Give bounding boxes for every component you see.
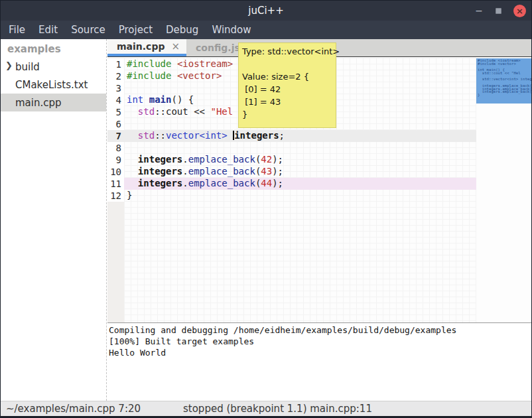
tab-main-cpp[interactable]: main.cpp×	[107, 39, 186, 56]
tab-label: main.cpp	[117, 41, 165, 52]
code-token: .	[182, 178, 188, 188]
window-title: juCi++	[248, 5, 283, 17]
tab-close-icon[interactable]: ×	[171, 40, 180, 52]
tooltip-text-line: }	[242, 108, 336, 121]
code-token: cout <<	[166, 106, 210, 117]
code-token: #include	[127, 70, 171, 81]
line-number: 8	[107, 142, 124, 154]
code-token: std	[138, 130, 155, 141]
code-token: );	[272, 166, 283, 176]
sidebar-item-cmakelists-txt[interactable]: CMakeLists.txt	[1, 76, 106, 94]
code-line	[124, 142, 476, 154]
close-button[interactable]: ×	[513, 5, 526, 17]
code-token: int	[127, 94, 143, 105]
code-token: integers	[138, 154, 182, 165]
code-token	[127, 178, 138, 188]
code-token: <iostream>	[177, 58, 233, 69]
line-number: 1	[107, 58, 124, 70]
code-token: emplace_back	[188, 154, 255, 165]
code-token: .	[182, 154, 188, 165]
line-number: 3	[107, 82, 124, 94]
menu-item-debug[interactable]: Debug	[159, 22, 205, 38]
code-token: emplace_back	[188, 178, 255, 188]
line-number: 4	[107, 94, 124, 106]
terminal-output-line: [100%] Built target examples	[109, 336, 531, 347]
code-token	[171, 58, 176, 69]
line-number: 9	[107, 154, 124, 166]
minimap[interactable]: #include <iostream> #include <vector> in…	[476, 58, 531, 322]
code-token: ::	[155, 130, 166, 141]
file-tree-sidebar[interactable]: examples ❯buildCMakeLists.txtmain.cpp	[1, 39, 107, 401]
code-token	[127, 106, 138, 117]
code-token: #include	[127, 58, 171, 69]
tree-item-label: CMakeLists.txt	[15, 79, 88, 91]
sidebar-item-build[interactable]: ❯build	[1, 58, 106, 76]
status-file-location: ~/examples/main.cpp 7:20	[6, 403, 141, 415]
code-token: emplace_back	[188, 166, 255, 176]
code-token: vector<int>	[166, 130, 228, 141]
file-tree: ❯buildCMakeLists.txtmain.cpp	[1, 58, 106, 111]
line-number: 5	[107, 106, 124, 118]
status-bar: ~/examples/main.cpp 7:20 stopped (breakp…	[1, 401, 531, 417]
project-name-header: examples	[1, 39, 106, 58]
code-token: );	[272, 178, 283, 188]
restore-icon[interactable]	[496, 8, 501, 14]
sidebar-item-main-cpp[interactable]: main.cpp	[1, 94, 106, 111]
tooltip-text-line	[242, 58, 336, 70]
minimap-visible-region[interactable]: #include <iostream> #include <vector> in…	[476, 58, 531, 104]
chevron-right-icon[interactable]: ❯	[5, 60, 13, 70]
menu-item-source[interactable]: Source	[64, 22, 112, 38]
code-token: std	[138, 106, 155, 117]
line-number: 12	[107, 190, 124, 202]
code-token	[171, 70, 176, 81]
tooltip-text-line: [1] = 43	[242, 96, 336, 108]
code-token	[143, 94, 149, 105]
code-token: integers	[234, 130, 279, 141]
code-token: .	[182, 166, 188, 176]
line-number: 10	[107, 166, 124, 178]
code-line: }	[124, 190, 476, 202]
code-token: ::	[155, 106, 166, 117]
code-token	[228, 130, 233, 141]
debug-value-tooltip: Type: std::vector<int> Value: size=2 { […	[238, 42, 336, 128]
code-token: 42	[261, 154, 272, 165]
code-line: integers.emplace_back(42);	[124, 154, 476, 166]
code-token: }	[127, 190, 132, 200]
app-window: juCi++ − × FileEditSourceProjectDebugWin…	[0, 0, 532, 418]
minimize-button[interactable]: −	[474, 7, 484, 14]
terminal-output-line: Compiling and debugging /home/eidheim/ex…	[109, 324, 531, 336]
code-token: integers	[138, 178, 182, 188]
menu-item-edit[interactable]: Edit	[32, 22, 64, 38]
status-debug-state: stopped (breakpoint 1.1) main.cpp:11	[183, 403, 372, 415]
code-token: 43	[261, 166, 272, 176]
code-line: integers.emplace_back(43);	[124, 166, 476, 178]
terminal-output-line: Hello World	[109, 347, 531, 358]
minimap-code-preview: #include <iostream> #include <vector> in…	[476, 58, 531, 96]
tree-item-label: main.cpp	[15, 97, 62, 109]
menu-item-window[interactable]: Window	[205, 22, 257, 38]
window-controls: − ×	[474, 1, 526, 21]
code-token	[127, 166, 138, 176]
tooltip-text-line: Type: std::vector<int>	[242, 45, 336, 58]
menu-item-project[interactable]: Project	[112, 22, 159, 38]
tooltip-text-line: Value: size=2 {	[242, 70, 336, 83]
line-number: 6	[107, 118, 124, 130]
code-token: integers	[138, 166, 182, 176]
code-token: main	[149, 94, 172, 105]
code-token: );	[272, 154, 283, 165]
code-token: "Hel	[210, 106, 233, 117]
tree-item-label: build	[15, 61, 40, 73]
title-bar[interactable]: juCi++ − ×	[1, 1, 531, 21]
line-number: 7	[107, 130, 124, 142]
code-token: ;	[279, 130, 285, 141]
menu-item-file[interactable]: File	[2, 22, 32, 38]
code-line: std::vector<int> integers;	[124, 130, 476, 142]
code-token	[127, 130, 138, 141]
code-token: <vector>	[177, 70, 222, 81]
code-token: () {	[171, 94, 194, 105]
menu-bar: FileEditSourceProjectDebugWindow	[1, 21, 531, 39]
line-number-gutter: 123456789101112	[107, 58, 124, 322]
tooltip-text-line: [0] = 42	[242, 83, 336, 96]
build-output-terminal[interactable]: Compiling and debugging /home/eidheim/ex…	[107, 322, 531, 402]
code-token	[127, 154, 138, 165]
